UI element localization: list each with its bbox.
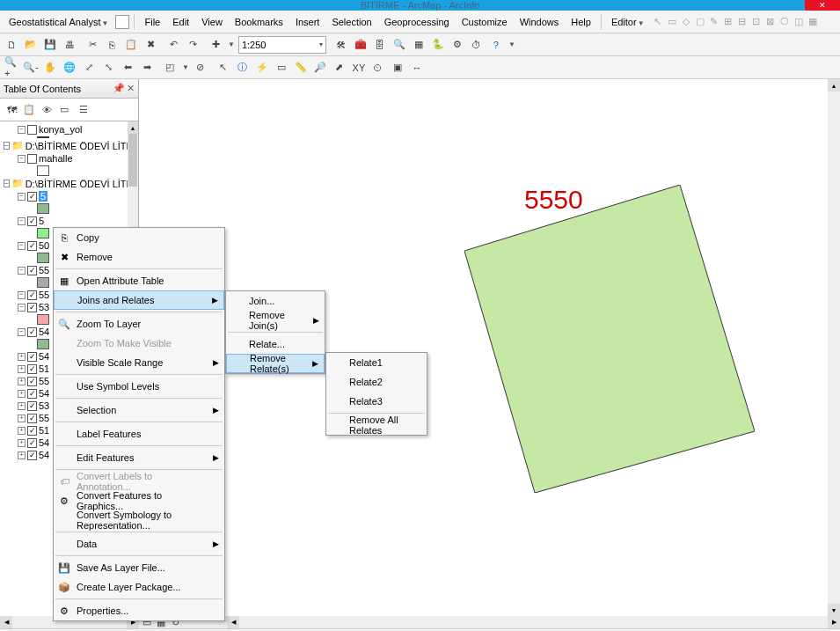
scroll-up-icon[interactable]: ▲ <box>128 121 138 134</box>
editor-menu[interactable]: Editor▼ <box>606 15 650 29</box>
menu-view[interactable]: View <box>196 15 228 29</box>
pin-icon[interactable]: 📌 <box>113 83 125 94</box>
menu-selection[interactable]: Selection <box>326 15 376 29</box>
layer-row[interactable]: 55 <box>39 376 49 386</box>
prev-extent-icon[interactable]: ⬅ <box>120 60 135 76</box>
ctx-relate2[interactable]: Relate2 <box>326 372 427 392</box>
fixed-zoom-in-icon[interactable]: ⤢ <box>81 60 97 76</box>
cut-icon[interactable]: ✂ <box>84 37 100 53</box>
find-route-icon[interactable]: ⬈ <box>332 60 347 76</box>
ctx-label-features[interactable]: Label Features <box>54 424 224 444</box>
layer-mahalle[interactable]: mahalle <box>39 153 73 164</box>
ctx-remove[interactable]: ✖Remove <box>54 247 224 267</box>
remove-relates-submenu[interactable]: Relate1 Relate2 Relate3 Remove All Relat… <box>325 352 427 436</box>
model-icon[interactable]: ⚙ <box>449 37 465 53</box>
layer-row[interactable]: 50 <box>39 240 49 251</box>
menu-insert[interactable]: Insert <box>290 15 325 29</box>
add-data-icon[interactable]: ✚ <box>208 37 223 53</box>
menu-bookmarks[interactable]: Bookmarks <box>230 15 289 29</box>
scroll-thumb[interactable] <box>128 134 137 187</box>
help-icon[interactable]: ? <box>488 37 504 53</box>
close-button[interactable]: ✕ <box>805 0 840 11</box>
ctx-joins-relates[interactable]: Joins and Relates▶ <box>54 290 224 310</box>
map-scrollbar-vertical[interactable]: ▲ ▼ <box>828 79 840 616</box>
select-features-icon[interactable]: ◰ <box>162 60 178 76</box>
ctx-remove-joins[interactable]: Remove Join(s)▶ <box>226 311 325 330</box>
ctx-create-package[interactable]: 📦Create Layer Package... <box>54 577 224 597</box>
datasource-path-2[interactable]: D:\BİTİRME ÖDEVİ LİTERATÜ <box>26 179 138 189</box>
scroll-right-icon[interactable]: ▶ <box>828 616 840 628</box>
viewer-window-icon[interactable]: ▣ <box>390 60 405 76</box>
search-icon[interactable]: 🔍 <box>391 37 407 53</box>
copy-icon[interactable]: ⎘ <box>104 37 120 53</box>
map-hscroll[interactable]: ◀ ▶ <box>227 616 840 628</box>
print-icon[interactable]: 🖶 <box>62 37 77 53</box>
measure-icon[interactable]: 📏 <box>293 60 309 76</box>
list-by-drawing-order-icon[interactable]: 🗺 <box>4 102 19 118</box>
layer-row[interactable]: 53 <box>39 400 49 411</box>
swipe-icon[interactable]: ↔ <box>409 60 425 76</box>
undo-icon[interactable]: ↶ <box>165 37 181 53</box>
hyperlink-icon[interactable]: ⚡ <box>254 60 270 76</box>
ctx-join[interactable]: Join... <box>226 291 325 311</box>
datasource-path-1[interactable]: D:\BİTİRME ÖDEVİ LİTERATÜ <box>26 141 138 151</box>
catalog-icon[interactable]: 🗄 <box>372 37 388 53</box>
list-by-visibility-icon[interactable]: 👁 <box>39 102 55 118</box>
clear-selection-icon[interactable]: ⊘ <box>193 60 208 76</box>
redo-icon[interactable]: ↷ <box>185 37 201 53</box>
menu-help[interactable]: Help <box>566 15 596 29</box>
layer-row[interactable]: 54 <box>39 388 49 399</box>
go-to-xy-icon[interactable]: XY <box>351 60 367 76</box>
ctx-visible-scale-range[interactable]: Visible Scale Range▶ <box>54 353 224 372</box>
layer-row[interactable]: 51 <box>39 425 49 436</box>
select-elements-icon[interactable]: ↖ <box>215 60 231 76</box>
layer-context-menu[interactable]: ⎘Copy ✖Remove ▦Open Attribute Table Join… <box>53 227 225 621</box>
open-folder-icon[interactable]: 📂 <box>23 37 39 53</box>
menu-geoprocessing[interactable]: Geoprocessing <box>379 15 455 29</box>
pan-icon[interactable]: ✋ <box>42 60 58 76</box>
layer-selected[interactable]: 5 <box>39 191 47 202</box>
joins-relates-submenu[interactable]: Join... Remove Join(s)▶ Relate... Remove… <box>225 290 325 374</box>
list-by-selection-icon[interactable]: ▭ <box>56 102 72 118</box>
ctx-copy[interactable]: ⎘Copy <box>54 228 224 247</box>
layer-row[interactable]: 55 <box>39 413 49 423</box>
menu-edit[interactable]: Edit <box>167 15 194 29</box>
ctx-edit-features[interactable]: Edit Features▶ <box>54 448 224 467</box>
delete-icon[interactable]: ✖ <box>142 37 158 53</box>
next-extent-icon[interactable]: ➡ <box>139 60 155 76</box>
ctx-open-attribute-table[interactable]: ▦Open Attribute Table <box>54 271 224 290</box>
ctx-remove-relates[interactable]: Remove Relate(s)▶ <box>226 354 325 373</box>
table-icon[interactable]: ▦ <box>411 37 427 53</box>
layer-row[interactable]: 55 <box>39 290 49 300</box>
layer-row[interactable]: 53 <box>39 302 49 312</box>
new-doc-icon[interactable]: 🗋 <box>4 37 19 53</box>
ctx-relate3[interactable]: Relate3 <box>326 392 427 411</box>
ctx-relate1[interactable]: Relate1 <box>326 353 427 372</box>
ctx-remove-all-relates[interactable]: Remove All Relates <box>326 415 427 435</box>
layer-row[interactable]: 54 <box>39 351 49 362</box>
scroll-left-icon[interactable]: ◀ <box>227 616 239 628</box>
zoom-in-icon[interactable]: 🔍+ <box>4 60 19 76</box>
save-icon[interactable]: 💾 <box>42 37 58 53</box>
identify-icon[interactable]: ⓘ <box>235 60 251 76</box>
full-extent-icon[interactable]: 🌐 <box>62 60 77 76</box>
scroll-up-icon[interactable]: ▲ <box>828 79 840 92</box>
menu-windows[interactable]: Windows <box>515 15 565 29</box>
geostat-icon[interactable] <box>115 15 129 29</box>
time-icon[interactable]: ⏱ <box>469 37 485 53</box>
zoom-out-icon[interactable]: 🔍- <box>23 60 39 76</box>
scroll-left-icon[interactable]: ◀ <box>0 616 12 628</box>
menu-file[interactable]: File <box>139 15 165 29</box>
ctx-save-layer[interactable]: 💾Save As Layer File... <box>54 558 224 577</box>
ctx-convert-features[interactable]: ⚙Convert Features to Graphics... <box>54 491 224 510</box>
geostat-menu[interactable]: Geostatistical Analyst▼ <box>4 15 113 29</box>
ctx-convert-symbology[interactable]: Convert Symbology to Representation... <box>54 510 224 530</box>
paste-icon[interactable]: 📋 <box>123 37 139 53</box>
html-popup-icon[interactable]: ▭ <box>274 60 289 76</box>
ctx-properties[interactable]: ⚙Properties... <box>54 601 224 620</box>
close-panel-icon[interactable]: ✕ <box>127 83 135 94</box>
fixed-zoom-out-icon[interactable]: ⤡ <box>100 60 116 76</box>
find-icon[interactable]: 🔎 <box>312 60 328 76</box>
layer-row[interactable]: 54 <box>39 327 49 337</box>
ctx-selection[interactable]: Selection▶ <box>54 400 224 420</box>
